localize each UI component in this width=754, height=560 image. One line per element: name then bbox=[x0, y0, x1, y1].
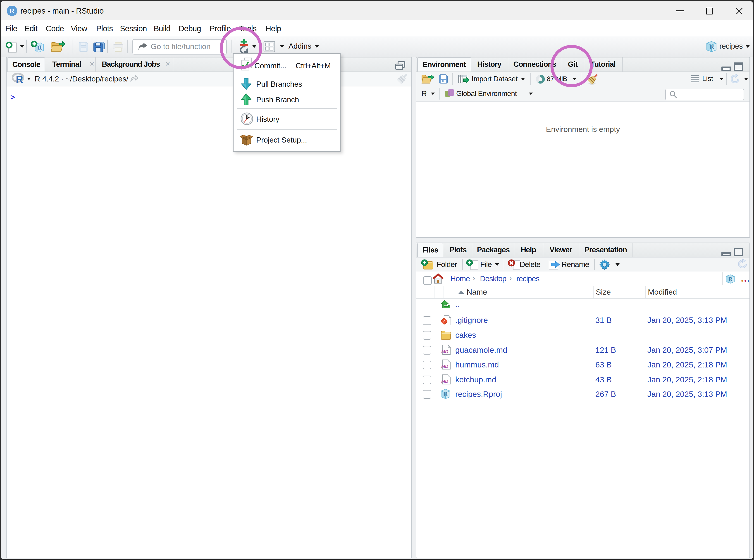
svg-text:MD: MD bbox=[441, 349, 448, 354]
svg-text:R: R bbox=[710, 43, 714, 50]
svg-text:R: R bbox=[9, 7, 15, 15]
svg-text:MD: MD bbox=[441, 364, 448, 369]
svg-text:R: R bbox=[38, 44, 42, 51]
svg-text:R: R bbox=[729, 276, 733, 282]
svg-text:R: R bbox=[16, 74, 23, 84]
svg-text:R: R bbox=[444, 391, 448, 397]
svg-text:MD: MD bbox=[441, 379, 448, 384]
